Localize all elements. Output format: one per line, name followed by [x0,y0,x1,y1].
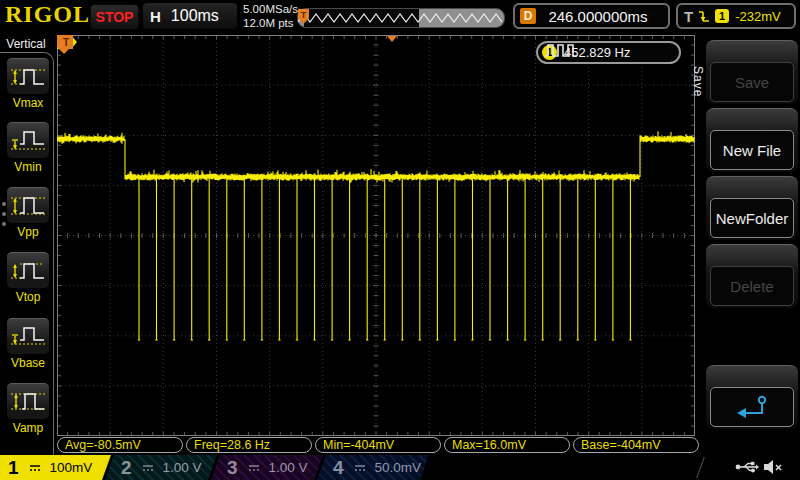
vbase-label: Vbase [7,356,49,370]
vtop-icon [10,258,46,284]
brand-logo: RIGOL [5,1,90,28]
vmax-icon [10,64,46,90]
vamp-button[interactable] [7,383,49,419]
ch1-waveform [57,35,695,436]
vtop-label: Vtop [7,290,49,304]
softkey-new-folder[interactable]: NewFolder [706,176,798,240]
vpp-label: Vpp [7,225,49,239]
vamp-label: Vamp [7,421,49,435]
vmin-icon [10,128,46,154]
falling-edge-icon [698,9,710,24]
memory-depth: 12.0M pts [243,16,298,30]
channel-4-status[interactable]: 4 50.0mV [317,455,429,480]
measurement-max: Max=16.0mV [444,437,570,453]
dc-coupling-icon [29,463,41,473]
measurement-min: Min=-404mV [315,437,441,453]
acquisition-readout: 5.00MSa/s 12.0M pts [243,2,298,30]
left-measure-menu: Vertical Vmax Vmin [0,32,56,455]
measurement-avg: Avg=-80.5mV [57,437,183,453]
vmin-label: Vmin [7,160,49,174]
channel-2-status[interactable]: 2 1.00 V [105,455,217,480]
vmin-button[interactable] [7,122,49,158]
horizontal-label: H [150,8,161,25]
vpp-icon [10,193,46,219]
menu-item-vpp[interactable]: Vpp [7,187,49,239]
channel-3-status[interactable]: 3 1.00 V [211,455,323,480]
run-state-badge: STOP [90,4,139,30]
preview-trigger-marker-icon[interactable]: T [298,9,309,24]
menu-item-vamp[interactable]: Vamp [7,383,49,435]
menu-tab-save: Save [691,56,705,108]
measurement-freq: Freq=28.6 Hz [186,437,312,453]
dc-coupling-icon [248,463,260,473]
menu-item-vbase[interactable]: Vbase [7,318,49,370]
softkey-delete[interactable]: Delete [706,244,798,308]
waveform-preview-bar[interactable]: T [297,8,505,28]
status-divider [696,457,705,478]
trigger-label: T [684,8,693,25]
menu-item-vmax[interactable]: Vmax [7,58,49,110]
softkey-save[interactable]: Save [706,40,798,104]
square-wave-icon [544,43,578,57]
preview-waveform [298,9,502,27]
timebase-value: 100ms [171,7,219,25]
dc-coupling-icon [142,463,154,473]
delay-value: 246.000000ms [548,8,655,25]
display-grid: 1 T T 1 452.829 Hz [57,35,695,436]
horizontal-center-marker-icon [387,36,397,42]
return-arrow-icon [734,393,770,421]
dc-coupling-icon [354,463,366,473]
vbase-icon [10,324,46,350]
vmax-label: Vmax [7,96,49,110]
vpp-button[interactable] [7,187,49,223]
vbase-button[interactable] [7,318,49,354]
channel-1-status[interactable]: 1 100mV [0,455,111,480]
trigger-source-badge: 1 [715,9,729,23]
menu-item-vmin[interactable]: Vmin [7,122,49,174]
measurement-base: Base=-404mV [573,437,699,453]
softkey-new-file[interactable]: New File [706,108,798,172]
trigger-readout[interactable]: T 1 -232mV [676,3,796,29]
vamp-icon [10,389,46,415]
svg-text:T: T [301,10,307,20]
menu-page-dots [2,196,6,232]
svg-text:T: T [63,37,69,48]
vmax-button[interactable] [7,58,49,94]
timebase-readout[interactable]: H 100ms [143,3,237,29]
oscilloscope-screen: RIGOL STOP H 100ms 5.00MSa/s 12.0M pts T… [0,0,800,480]
delay-readout[interactable]: D 246.000000ms [513,3,670,29]
trigger-level-value: -232mV [735,9,781,24]
channel-status-bar: 1 100mV 2 1.00 V 3 1.00 V 4 50.0mV [0,455,800,480]
left-menu-title: Vertical [0,37,52,51]
sample-rate: 5.00MSa/s [243,2,298,16]
top-status-bar: RIGOL STOP H 100ms 5.00MSa/s 12.0M pts T… [0,0,800,32]
menu-item-vtop[interactable]: Vtop [7,252,49,304]
vtop-button[interactable] [7,252,49,288]
frequency-counter-badge: 1 452.829 Hz [536,41,681,64]
softkey-back[interactable] [706,365,798,429]
usb-icon [735,459,759,475]
right-soft-menu: Save Save New File NewFolder Delete [704,32,800,455]
speaker-muted-icon [763,459,783,475]
trigger-level-marker-icon[interactable]: T [57,35,73,49]
delay-icon: D [520,8,536,24]
